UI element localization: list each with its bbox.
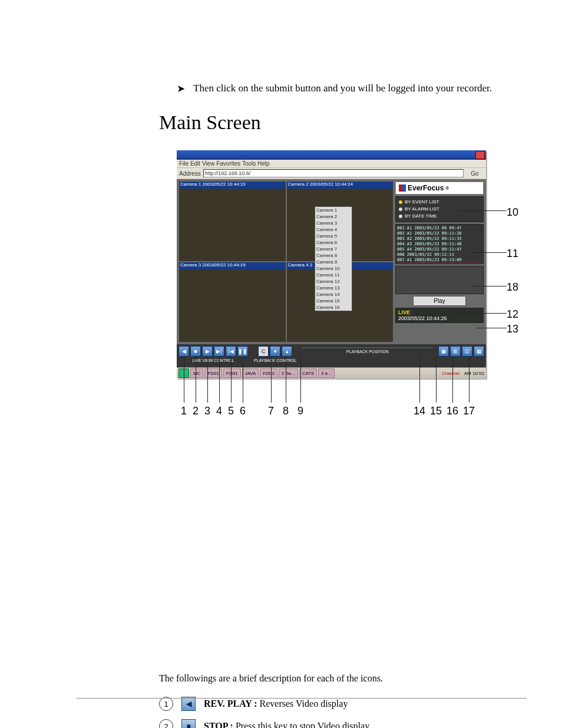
timestamp-panel: LIVE 2003/05/22 10:44:26 <box>395 308 484 323</box>
camera-option[interactable]: Camera 12 <box>315 278 352 285</box>
callout-9: 9 <box>297 405 303 417</box>
bottom-toolbar: ◀ ■ ▶ ▶| |◀ ❚❚ LIVE VIEW CONTROL C ▾ <box>177 344 486 367</box>
callout-line <box>436 357 437 403</box>
pb-btn-2[interactable]: ▴ <box>282 346 292 357</box>
close-icon[interactable] <box>475 151 485 159</box>
go-button[interactable]: Go <box>466 170 484 177</box>
callout-5: 5 <box>228 405 234 417</box>
layout-buttons: ▣ ⊞ ⊡ ▦ <box>438 346 484 357</box>
callout-14: 14 <box>414 405 425 417</box>
callout-7: 7 <box>268 405 274 417</box>
playback-position: PLAYBACK POSITION <box>303 346 432 354</box>
event-row-selected[interactable]: 008 A3 2003/05/22 09:13:43 <box>397 263 482 264</box>
stop-button[interactable]: ■ <box>190 346 201 357</box>
event-row[interactable]: 003 A2 2003/05/22 09:11:33 <box>397 236 482 242</box>
task-item[interactable]: JAVA <box>242 368 259 378</box>
camera-option[interactable]: Camera 6 <box>315 239 352 246</box>
camera-pane-3[interactable]: Camera 3 2003/05/22 10:44:19 <box>179 262 286 342</box>
step-fwd-button[interactable]: ▶| <box>214 346 224 357</box>
event-list[interactable]: 001 A1 2003/05/22 09 09:47 002 A1 2003/0… <box>395 224 484 264</box>
camera-caption: Camera 1 2003/05/22 10:44:19 <box>179 182 286 189</box>
radio-dot-icon <box>399 215 402 218</box>
layout-16-button[interactable]: ▦ <box>474 346 484 357</box>
address-input[interactable]: http://192.168.10.6/ <box>203 169 464 177</box>
playback-controls: C ▾ ▴ PLAYBACK CONTROL <box>254 346 297 363</box>
callout-line <box>196 357 196 403</box>
preview-box <box>395 266 484 294</box>
callout-line <box>471 286 507 286</box>
event-row[interactable]: 002 A1 2003/05/22 09:11:28 <box>397 231 482 236</box>
camera-option[interactable]: Camera 14 <box>315 291 352 298</box>
camera-option[interactable]: Camera 11 <box>315 272 352 278</box>
camera-option[interactable]: Camera 15 <box>315 298 352 304</box>
callout-line <box>286 357 286 403</box>
play-button[interactable]: ▶ <box>202 346 213 357</box>
task-item[interactable]: 3 e... <box>318 368 335 378</box>
callout-line <box>219 357 220 403</box>
callout-line <box>300 357 301 403</box>
camera-option[interactable]: Camera 10 <box>315 265 352 272</box>
camera-option[interactable]: Camera 7 <box>315 246 352 252</box>
task-item[interactable]: MC <box>190 368 203 378</box>
stop-icon: ■ <box>181 719 196 728</box>
radio-date-time[interactable]: BY DATE TIME <box>399 213 480 220</box>
layout-4-button[interactable]: ⊞ <box>450 346 461 357</box>
task-item[interactable]: CAT6 <box>299 368 317 378</box>
callout-18: 18 <box>507 281 518 294</box>
camera-dropdown[interactable]: Camera 1 Camera 2 Camera 3 Camera 4 Came… <box>315 206 352 311</box>
play-button[interactable]: Play <box>413 296 466 306</box>
task-item[interactable]: FD03 <box>260 368 277 378</box>
callout-line <box>471 252 507 253</box>
pb-btn-1[interactable]: ▾ <box>270 346 280 357</box>
radio-event-list[interactable]: BY EVENT LIST <box>399 199 480 206</box>
logo-icon <box>399 185 406 192</box>
task-item[interactable]: FD01 <box>223 368 241 378</box>
event-row[interactable]: 006 2003/05/22 09:12:11 <box>397 252 482 258</box>
callout-8: 8 <box>283 405 289 417</box>
camera-option[interactable]: Camera 9 <box>315 259 352 265</box>
layout-1-button[interactable]: ▣ <box>438 346 449 357</box>
camera-caption: Camera 2 2003/05/22 10:44:24 <box>287 182 394 189</box>
legend-num-2: 2 <box>159 719 173 728</box>
legend-text: REV. PLAY : Reverses Video display <box>204 699 348 709</box>
radio-alarm-list[interactable]: BY ALARM LIST <box>399 206 480 213</box>
camera-option[interactable]: Camera 5 <box>315 233 352 239</box>
event-row[interactable]: 007 A1 2003/05/22 09:13:09 <box>397 258 482 263</box>
camera-pane-1[interactable]: Camera 1 2003/05/22 10:44:19 <box>179 182 286 261</box>
control-mode-button[interactable]: C <box>258 346 269 357</box>
intro-bullet: ➤ Then click on the submit button and yo… <box>159 83 527 95</box>
pause-button[interactable]: ❚❚ <box>237 346 248 357</box>
camera-option[interactable]: Camera 1 <box>315 207 352 213</box>
camera-option[interactable]: Camera 8 <box>315 252 352 259</box>
rev-play-button[interactable]: ◀ <box>178 346 189 357</box>
callout-13: 13 <box>507 323 518 335</box>
event-row[interactable]: 005 A4 2003/05/22 09:11:47 <box>397 247 482 252</box>
camera-option[interactable]: Camera 4 <box>315 226 352 233</box>
position-slider[interactable] <box>302 347 433 348</box>
video-grid: Camera 1 2003/05/22 10:44:19 Camera 2 20… <box>179 182 393 342</box>
camera-option[interactable]: Camera 2 <box>315 213 352 220</box>
event-row[interactable]: 004 A3 2003/05/22 09:11:40 <box>397 242 482 247</box>
live-view-controls: ◀ ■ ▶ ▶| |◀ ❚❚ LIVE VIEW CONTROL <box>178 346 248 363</box>
event-row[interactable]: 001 A1 2003/05/22 09 09:47 <box>397 226 482 231</box>
callout-line <box>452 357 453 403</box>
callout-line <box>207 357 208 403</box>
menu-bar[interactable]: File Edit View Favorites Tools Help <box>177 160 486 167</box>
callout-11: 11 <box>507 248 518 260</box>
camera-option[interactable]: Camera 13 <box>315 285 352 291</box>
task-item[interactable]: 2 Se... <box>279 368 298 378</box>
svg-rect-1 <box>402 185 406 192</box>
bullet-text: Then click on the submit button and you … <box>193 83 492 94</box>
step-bwd-button[interactable]: |◀ <box>226 346 236 357</box>
callout-12: 12 <box>507 308 518 321</box>
camera-option[interactable]: Camera 3 <box>315 220 352 226</box>
group-label: LIVE VIEW CONTROL <box>192 358 234 363</box>
layout-9-button[interactable]: ⊡ <box>462 346 472 357</box>
callout-10: 10 <box>507 206 518 219</box>
camera-option[interactable]: Camera 16 <box>315 304 352 311</box>
live-timestamp: 2003/05/22 10:44:26 <box>398 315 481 321</box>
footer-rule <box>77 698 527 699</box>
group-label: PLAYBACK CONTROL <box>254 358 297 363</box>
callout-3: 3 <box>204 405 210 417</box>
icon-legend: 1 ◀ REV. PLAY : Reverses Video display 2… <box>159 697 527 728</box>
